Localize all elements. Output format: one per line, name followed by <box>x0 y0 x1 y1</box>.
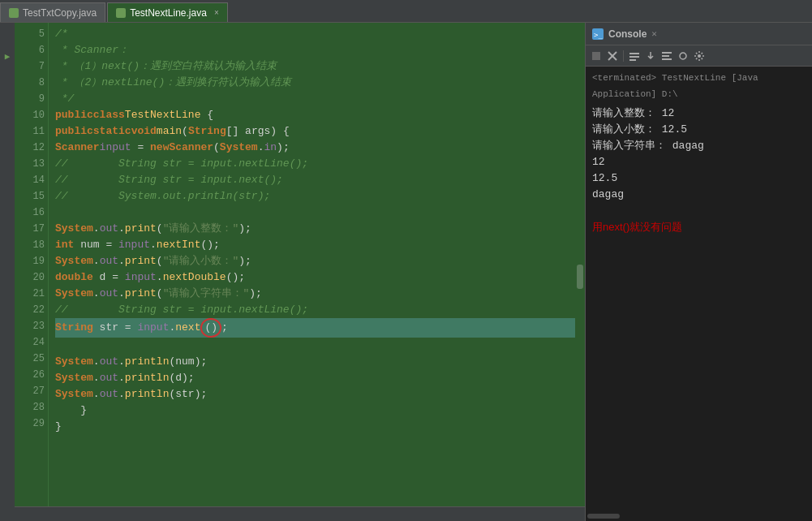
tab-label-2: TestNextLine.java <box>130 7 207 19</box>
code-line-21: System.out.print("请输入字符串："); <box>55 286 585 302</box>
terminate-button[interactable] <box>589 49 604 63</box>
console-content: <terminated> TestNextLine [Java Applicat… <box>586 67 812 511</box>
code-line-12: Scanner input = new Scanner(System.in); <box>55 140 585 156</box>
svg-rect-5 <box>629 53 639 54</box>
console-title: Console <box>608 28 647 40</box>
remove-button[interactable] <box>605 49 620 63</box>
code-line-26: System.out.println(d); <box>55 370 585 386</box>
code-line-28: } <box>55 403 585 419</box>
editor-panel[interactable]: 5678910111213141516171819202122232425262… <box>15 23 585 506</box>
console-panel: >_ Console ✕ <box>585 23 812 521</box>
code-line-23: String str = input.next(); <box>55 318 585 338</box>
code-line-6: * Scanner： <box>55 42 585 58</box>
code-line-13: // String str = input.nextLine(); <box>55 156 585 172</box>
svg-text:>_: >_ <box>594 31 603 39</box>
svg-rect-7 <box>629 59 636 61</box>
code-line-14: // String str = input.next(); <box>55 172 585 188</box>
clear-console-button[interactable] <box>627 49 642 63</box>
code-line-17: System.out.print("请输入整数："); <box>55 221 585 237</box>
code-line-18: int num = input.nextInt(); <box>55 237 585 253</box>
console-scrollbar[interactable] <box>586 511 812 521</box>
svg-rect-8 <box>662 52 672 54</box>
console-line-1: 请输入整数： 12 <box>592 105 806 122</box>
svg-rect-10 <box>662 58 672 60</box>
code-line-15: // System.out.println(str); <box>55 188 585 205</box>
console-value-3: dagag <box>666 140 704 152</box>
console-prompt-3: 请输入字符串： <box>592 140 666 152</box>
code-line-20: double d = input.nextDouble(); <box>55 269 585 286</box>
pin-button[interactable] <box>676 49 690 63</box>
status-bar <box>15 506 585 521</box>
console-header: >_ Console ✕ <box>586 23 812 45</box>
console-result-3: dagag <box>592 187 806 203</box>
code-line-22: // String str = input.nextLine(); <box>55 302 585 318</box>
console-value-1: 12 <box>655 107 674 119</box>
console-line-3: 请输入字符串： dagag <box>592 138 806 154</box>
word-wrap-button[interactable] <box>659 49 674 63</box>
console-line-2: 请输入小数： 12.5 <box>592 122 806 138</box>
console-icon: >_ <box>592 28 604 40</box>
console-scrollbar-thumb <box>587 514 620 519</box>
tab-testtxtcopy[interactable]: TestTxtCopy.java <box>0 2 105 22</box>
java-file-icon-2 <box>116 8 126 18</box>
code-line-25: System.out.println(num); <box>55 354 585 370</box>
code-line-7: * （1）next()：遇到空白符就认为输入结束 <box>55 58 585 75</box>
code-line-9: */ <box>55 91 585 107</box>
code-line-10: public class TestNextLine { <box>55 107 585 123</box>
tab-testnextline[interactable]: TestNextLine.java × <box>107 2 228 22</box>
console-preferences-button[interactable] <box>692 49 707 63</box>
svg-rect-6 <box>629 56 639 58</box>
tab-close-button[interactable]: × <box>214 8 219 17</box>
editor-scrollbar-thumb <box>577 265 583 289</box>
console-note-area: 用next()就没有问题 <box>592 219 806 236</box>
code-line-24 <box>55 338 585 354</box>
code-line-11: public static void main(String[] args) { <box>55 123 585 140</box>
code-line-8: * （2）nextLine()：遇到换行符认为输入结束 <box>55 75 585 91</box>
toolbar-separator <box>623 50 624 62</box>
code-line-19: System.out.print("请输入小数："); <box>55 253 585 269</box>
console-note: 用next()就没有问题 <box>592 221 682 233</box>
console-status: <terminated> TestNextLine [Java Applicat… <box>592 70 806 102</box>
java-file-icon-1 <box>9 8 19 18</box>
editor-scrollbar[interactable] <box>575 23 585 506</box>
code-line-27: System.out.println(str); <box>55 386 585 403</box>
console-result-2: 12.5 <box>592 170 806 187</box>
console-value-2: 12.5 <box>655 123 687 136</box>
code-line-5: /* <box>55 26 585 42</box>
code-line-16 <box>55 205 585 221</box>
editor-section: 5678910111213141516171819202122232425262… <box>15 23 585 521</box>
console-prompt-1: 请输入整数： <box>592 107 655 119</box>
svg-rect-9 <box>662 55 669 57</box>
console-close-indicator: ✕ <box>651 28 657 39</box>
svg-point-11 <box>680 53 686 59</box>
tab-bar: TestTxtCopy.java TestNextLine.java × <box>0 0 812 23</box>
console-result-1: 12 <box>592 154 806 170</box>
line-numbers: 5678910111213141516171819202122232425262… <box>15 23 49 506</box>
console-toolbar <box>586 45 812 67</box>
tab-label-1: TestTxtCopy.java <box>23 7 97 19</box>
console-prompt-2: 请输入小数： <box>592 123 655 136</box>
svg-point-12 <box>698 54 701 58</box>
left-gutter: ▶ <box>0 23 15 521</box>
code-editor[interactable]: /* * Scanner： * （1）next()：遇到空白符就认为输入结束 *… <box>49 23 585 506</box>
scroll-lock-button[interactable] <box>643 49 658 63</box>
main-area: ▶ 56789101112131415161718192021222324252… <box>0 23 812 521</box>
code-line-29: } <box>55 419 585 435</box>
svg-rect-2 <box>592 52 600 60</box>
